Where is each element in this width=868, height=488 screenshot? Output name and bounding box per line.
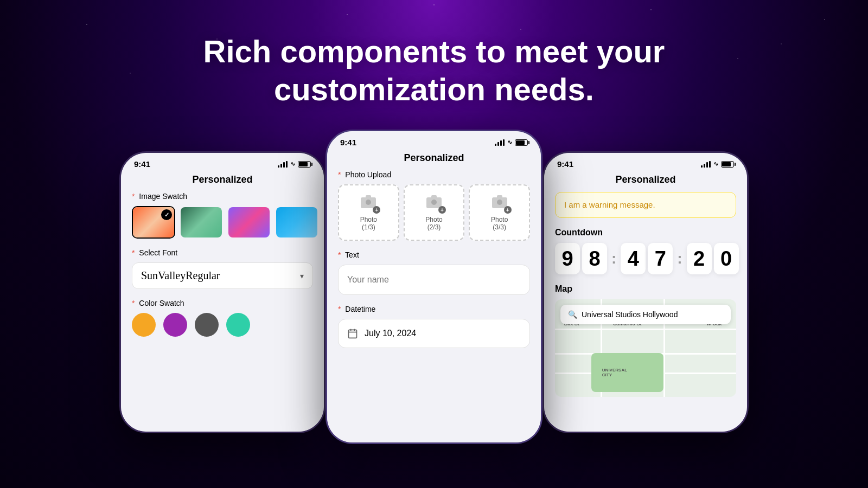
status-time-center: 9:41 <box>340 138 356 147</box>
photo-upload-3[interactable]: + Photo (3/3) <box>469 184 530 241</box>
screen-title-center: Personalized <box>327 150 541 170</box>
swatch-item-3[interactable] <box>227 206 271 239</box>
svg-point-4 <box>431 200 437 205</box>
countdown-digit-3: 4 <box>621 243 646 274</box>
phone-right: 9:41 ∿ Personalized <box>542 151 749 433</box>
font-select-section: * Select Font SunValleyRegular ▾ <box>132 248 313 289</box>
search-icon: 🔍 <box>568 310 577 319</box>
photo-upload-grid: + Photo (1/3) <box>338 184 530 241</box>
signal-bar-1 <box>278 165 279 168</box>
text-required: * <box>338 251 341 259</box>
phone-left-content: * Image Swatch ✓ <box>121 192 324 432</box>
photo-icon-1: + <box>360 194 377 211</box>
map-container[interactable]: Blix St Camarillo St W Oak UNIVERSALCITY… <box>555 299 736 397</box>
svg-rect-9 <box>349 330 357 338</box>
wifi-icon-left: ∿ <box>290 160 295 168</box>
color-swatch-row <box>132 313 313 337</box>
map-park-label: UNIVERSALCITY <box>602 368 627 377</box>
image-swatch-grid: ✓ <box>132 206 313 239</box>
font-value: SunValleyRegular <box>141 269 220 282</box>
photo-upload-section: * Photo Upload + <box>338 170 530 241</box>
signal-bar-r4 <box>709 161 711 168</box>
photo-plus-3: + <box>504 206 512 214</box>
status-time-left: 9:41 <box>134 159 150 169</box>
signal-bar-r3 <box>706 162 708 168</box>
status-bar-center: 9:41 ∿ <box>327 131 541 150</box>
countdown-digit-4: 7 <box>648 243 673 274</box>
signal-bar-4 <box>286 161 288 168</box>
swatch-item-4[interactable] <box>275 206 318 239</box>
color-dot-2[interactable] <box>163 313 187 337</box>
countdown-section: Countdown 9 8 : 4 7 : 2 <box>555 228 736 274</box>
photo-icon-2: + <box>425 194 443 211</box>
status-bar-left: 9:41 ∿ <box>121 153 324 172</box>
text-field-section: * Text <box>338 251 530 295</box>
signal-bar-r2 <box>704 164 705 168</box>
swatch-item-2[interactable] <box>180 206 223 239</box>
photo-upload-label: * Photo Upload <box>338 170 530 179</box>
phone-left: 9:41 ∿ Personalized <box>119 151 326 433</box>
color-dot-1[interactable] <box>132 313 156 337</box>
countdown-label: Countdown <box>555 228 736 237</box>
svg-point-7 <box>497 200 502 205</box>
battery-fill-left <box>299 162 308 166</box>
page-header: Rich components to meet your customizati… <box>0 0 868 108</box>
swatch-item-1[interactable]: ✓ <box>132 206 175 239</box>
chevron-down-icon: ▾ <box>300 272 304 280</box>
photo-upload-2[interactable]: + Photo (2/3) <box>404 184 465 241</box>
battery-center <box>515 139 528 146</box>
image-swatch-required: * <box>132 192 135 201</box>
datetime-section: * Datetime July 10, 2024 <box>338 305 530 348</box>
battery-fill-center <box>516 140 525 145</box>
photo-upload-1[interactable]: + Photo (1/3) <box>338 184 399 241</box>
image-swatch-section: * Image Swatch ✓ <box>132 192 313 239</box>
color-required: * <box>132 299 135 307</box>
countdown-pair-2: 4 7 <box>621 243 673 274</box>
signal-bars-right <box>701 161 711 168</box>
map-road-h1 <box>555 329 736 330</box>
countdown-pair-3: 2 0 <box>687 243 739 274</box>
map-label: Map <box>555 284 736 294</box>
photo-plus-1: + <box>373 206 380 214</box>
status-bar-right: 9:41 ∿ <box>544 153 747 172</box>
map-search-bar[interactable]: 🔍 Universal Studios Hollywood <box>560 305 731 324</box>
font-select-dropdown[interactable]: SunValleyRegular ▾ <box>132 262 313 289</box>
color-dot-4[interactable] <box>226 313 250 337</box>
signal-bars-center <box>495 139 505 146</box>
countdown-digit-5: 2 <box>687 243 712 274</box>
countdown-sep-2: : <box>676 250 683 267</box>
signal-bars-left <box>278 161 288 168</box>
phone-right-content: I am a warning message. Countdown 9 8 : … <box>544 192 747 432</box>
color-dot-3[interactable] <box>195 313 219 337</box>
photo-label-2: Photo (2/3) <box>425 216 442 231</box>
countdown-sep-1: : <box>610 250 617 267</box>
countdown-digit-2: 8 <box>582 243 607 274</box>
phones-container: 9:41 ∿ Personalized <box>0 130 868 444</box>
photo-label-1: Photo (1/3) <box>360 216 377 231</box>
text-field-label: * Text <box>338 251 530 259</box>
countdown-grid: 9 8 : 4 7 : 2 0 <box>555 243 736 274</box>
phone-right-screen: 9:41 ∿ Personalized <box>544 153 747 432</box>
svg-rect-2 <box>366 195 371 198</box>
status-time-right: 9:41 <box>557 159 573 169</box>
signal-bar-c1 <box>495 144 496 146</box>
signal-bar-c4 <box>503 139 505 146</box>
screen-title-left: Personalized <box>121 172 324 192</box>
status-icons-left: ∿ <box>278 160 311 168</box>
wifi-icon-right: ∿ <box>713 160 718 168</box>
status-icons-right: ∿ <box>701 160 734 168</box>
phone-center-content: * Photo Upload + <box>327 170 541 442</box>
text-input[interactable] <box>338 265 530 295</box>
battery-right <box>721 161 734 168</box>
datetime-required: * <box>338 305 341 313</box>
photo-required: * <box>338 170 341 179</box>
image-swatch-label: * Image Swatch <box>132 192 313 201</box>
color-swatch-label: * Color Swatch <box>132 299 313 307</box>
countdown-pair-1: 9 8 <box>555 243 607 274</box>
photo-plus-2: + <box>438 206 446 214</box>
color-swatch-section: * Color Swatch <box>132 299 313 337</box>
wifi-icon-center: ∿ <box>507 139 512 146</box>
page-title: Rich components to meet your customizati… <box>0 33 868 108</box>
screen-title-right: Personalized <box>544 172 747 192</box>
datetime-input[interactable]: July 10, 2024 <box>338 319 530 348</box>
